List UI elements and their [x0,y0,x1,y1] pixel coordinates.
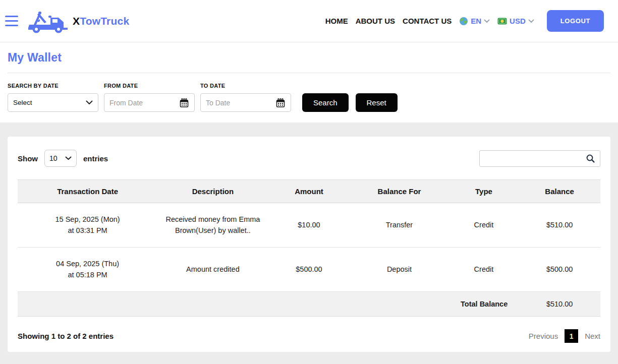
page-title: My Wallet [8,51,610,65]
pagination: Previous 1 Next [529,329,600,343]
total-balance-row: Total Balance $510.00 [18,291,600,316]
currency-switcher[interactable]: USD [497,17,534,25]
cell-type: Credit [449,247,519,291]
column-header-description[interactable]: Description [157,180,268,203]
chevron-down-icon [484,19,490,23]
column-header-balance[interactable]: Balance [519,180,600,203]
column-header-transaction-date[interactable]: Transaction Date [18,180,157,203]
reset-button[interactable]: Reset [356,93,398,112]
cell-balance: $500.00 [519,247,600,291]
table-row: 15 Sep, 2025 (Mon) at 03:31 PM Received … [18,203,600,248]
nav-link-home[interactable]: HOME [325,17,348,25]
column-header-type[interactable]: Type [449,180,519,203]
chevron-down-icon [528,19,534,23]
cell-balance-for: Deposit [350,247,448,291]
show-label: Show [18,154,38,163]
from-date-input[interactable] [109,99,179,107]
tow-truck-logo-icon [26,9,70,34]
page-header: My Wallet [0,42,618,65]
search-button[interactable]: Search [302,93,349,112]
from-date-label: FROM DATE [104,83,195,89]
page-size-value: 10 [49,154,62,162]
search-icon[interactable] [586,154,595,163]
globe-icon [459,17,468,26]
filter-from-date: FROM DATE [104,83,195,112]
filter-search-by-date: SEARCH BY DATE Select [8,83,98,112]
to-date-field [200,93,291,112]
content-section: Show 10 entries [0,123,618,364]
cell-amount: $10.00 [268,203,350,248]
cell-transaction-date: 15 Sep, 2025 (Mon) at 03:31 PM [18,203,157,248]
main-navigation: HOME ABOUT US CONTACT US EN USD LOGOUT [325,10,604,32]
table-controls: Show 10 entries [18,150,600,167]
from-date-field [104,93,195,112]
to-date-label: TO DATE [200,83,291,89]
entries-summary: Showing 1 to 2 of 2 entries [18,332,114,340]
chevron-down-icon [65,156,72,160]
cell-transaction-date: 04 Sep, 2025 (Thu) at 05:18 PM [18,247,157,291]
cell-balance: $510.00 [519,203,600,248]
cell-description: Amount credited [157,247,268,291]
entries-label: entries [83,154,108,163]
table-header-row: Transaction Date Description Amount Bala… [18,180,600,203]
language-selected-label: EN [471,17,481,25]
brand-prefix: X [73,15,80,27]
to-date-input[interactable] [206,99,275,107]
filter-to-date: TO DATE [200,83,291,112]
brand-suffix: TowTruck [80,15,129,27]
table-search-input[interactable] [484,154,586,162]
banknote-icon [497,18,507,25]
transaction-date-line1: 15 Sep, 2025 (Mon) [23,214,152,225]
search-by-date-label: SEARCH BY DATE [8,83,98,89]
table-search-field [479,150,600,167]
transactions-table: Transaction Date Description Amount Bala… [18,179,600,317]
previous-page-button[interactable]: Previous [529,332,558,340]
next-page-button[interactable]: Next [585,332,600,340]
transaction-date-line1: 04 Sep, 2025 (Thu) [23,258,152,269]
current-page-button[interactable]: 1 [565,329,578,343]
language-switcher[interactable]: EN [459,17,490,26]
cell-amount: $500.00 [268,247,350,291]
cell-description: Received money from Emma Brown(User) by … [157,203,268,248]
search-by-date-selected-value: Select [13,99,86,106]
table-row: 04 Sep, 2025 (Thu) at 05:18 PM Amount cr… [18,247,600,291]
nav-link-contact-us[interactable]: CONTACT US [403,17,452,25]
logout-button[interactable]: LOGOUT [547,10,604,32]
search-by-date-select[interactable]: Select [8,93,98,112]
total-balance-value: $510.00 [519,291,600,316]
wallet-card: Show 10 entries [8,137,610,352]
calendar-icon[interactable] [179,98,189,108]
calendar-icon[interactable] [275,98,286,108]
table-footer: Showing 1 to 2 of 2 entries Previous 1 N… [18,329,600,343]
currency-selected-label: USD [510,17,526,25]
cell-balance-for: Transfer [350,203,448,248]
page-size-select[interactable]: 10 [44,150,77,167]
filter-bar: SEARCH BY DATE Select FROM DATE TO DATE [0,73,618,123]
nav-link-about-us[interactable]: ABOUT US [356,17,395,25]
transaction-time-line2: at 03:31 PM [23,225,152,236]
brand-name[interactable]: XTowTruck [73,15,129,27]
cell-type: Credit [449,203,519,248]
column-header-balance-for[interactable]: Balance For [350,180,448,203]
top-navigation-bar: XTowTruck HOME ABOUT US CONTACT US EN US… [0,0,618,42]
transaction-time-line2: at 05:18 PM [23,269,152,280]
hamburger-menu-icon[interactable] [5,16,18,26]
page-size-control: Show 10 entries [18,150,108,167]
total-balance-label: Total Balance [18,291,519,316]
chevron-down-icon [86,100,93,105]
column-header-amount[interactable]: Amount [268,180,350,203]
